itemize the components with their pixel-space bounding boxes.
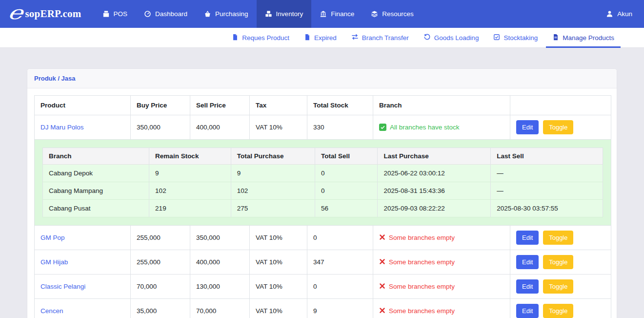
cell-actions: Edit Toggle	[510, 250, 611, 275]
cross-icon	[379, 283, 385, 291]
cell-tax: VAT 10%	[250, 299, 307, 318]
cell-product: DJ Maru Polos	[35, 115, 131, 140]
breadcrumb: Produk / Jasa	[27, 69, 617, 88]
subnav-item-manage-products[interactable]: Manage Products	[545, 28, 622, 47]
product-link[interactable]: Cencen	[40, 307, 63, 315]
nav-item-label: Inventory	[276, 10, 303, 18]
cell-tax: VAT 10%	[250, 115, 307, 140]
detail-cell-remain-stock: 219	[149, 200, 231, 217]
top-navbar: e sopERP.com POS Dashboard Purchasing	[0, 0, 644, 28]
detail-column-last-sell: Last Sell	[491, 148, 603, 165]
column-header-total-stock: Total Stock	[307, 96, 373, 115]
nav-item-label: Finance	[331, 10, 354, 18]
cell-tax: VAT 10%	[250, 275, 307, 299]
detail-cell-total-purchase: 102	[231, 182, 315, 200]
inventory-icon	[265, 10, 272, 18]
detail-cell-total-sell: 56	[315, 200, 378, 217]
table-row: GM Pop 255,000 350,000 VAT 10% 0 Some br…	[35, 226, 611, 250]
detail-cell-total-purchase: 275	[231, 200, 315, 217]
resources-icon	[371, 10, 378, 18]
brand-name: sopERP.com	[25, 8, 81, 20]
edit-button[interactable]: Edit	[516, 304, 539, 318]
detail-cell-total-sell: 0	[315, 165, 378, 182]
toggle-button[interactable]: Toggle	[543, 231, 573, 245]
status-text: Some branches empty	[389, 234, 455, 241]
cell-sell-price: 130,000	[190, 275, 250, 299]
products-header-row: Product Buy Price Sell Price Tax Total S…	[35, 96, 611, 115]
product-link[interactable]: GM Hijab	[40, 258, 68, 266]
detail-cell-total-purchase: 9	[231, 165, 315, 182]
detail-row: Cabang Pusat 219 275 56 2025-09-03 08:22…	[43, 200, 603, 217]
subnav-item-label: Expired	[314, 34, 337, 42]
column-header-actions	[510, 96, 611, 115]
pos-icon	[102, 10, 110, 18]
cell-buy-price: 255,000	[131, 250, 190, 275]
subnav-item-label: Stocktaking	[503, 34, 538, 42]
cell-product: GM Pop	[35, 226, 131, 250]
edit-button[interactable]: Edit	[516, 279, 539, 294]
edit-button[interactable]: Edit	[516, 255, 539, 269]
cell-buy-price: 255,000	[131, 226, 190, 250]
cell-total-stock: 0	[307, 226, 373, 250]
subnav-item-expired[interactable]: Expired	[297, 28, 344, 47]
product-link[interactable]: DJ Maru Polos	[40, 124, 84, 131]
cell-total-stock: 9	[307, 299, 373, 318]
nav-item-label: Purchasing	[215, 10, 248, 18]
nav-item-finance[interactable]: Finance	[311, 0, 362, 28]
branch-detail-cell: Branch Remain Stock Total Purchase Total…	[35, 140, 611, 226]
edit-button[interactable]: Edit	[516, 120, 539, 134]
detail-column-total-sell: Total Sell	[315, 148, 378, 165]
user-icon	[606, 10, 613, 18]
cell-sell-price: 350,000	[190, 226, 250, 250]
status-text: Some branches empty	[389, 258, 455, 266]
detail-row: Cabang Depok 9 9 0 2025-06-22 03:00:12 —	[43, 165, 603, 182]
nav-item-resources[interactable]: Resources	[362, 0, 422, 28]
account-menu[interactable]: Akun	[606, 0, 632, 28]
document-icon	[304, 34, 311, 42]
subnav-item-stocktaking[interactable]: Stocktaking	[486, 28, 545, 47]
subnav-item-branch-transfer[interactable]: Branch Transfer	[344, 28, 416, 47]
nav-spacer	[422, 0, 606, 28]
column-header-tax: Tax	[250, 96, 307, 115]
cell-sell-price: 400,000	[190, 115, 250, 140]
cell-buy-price: 35,000	[131, 299, 190, 318]
subnav-item-label: Branch Transfer	[362, 34, 409, 42]
nav-item-inventory[interactable]: Inventory	[257, 0, 312, 28]
detail-column-remain-stock: Remain Stock	[149, 148, 231, 165]
cell-product: Cencen	[35, 299, 131, 318]
detail-column-branch: Branch	[43, 148, 149, 165]
toggle-button[interactable]: Toggle	[543, 279, 573, 294]
branch-detail-row: Branch Remain Stock Total Purchase Total…	[35, 140, 611, 226]
finance-icon	[320, 10, 327, 18]
edit-button[interactable]: Edit	[516, 231, 539, 245]
transfer-arrows-icon	[351, 33, 359, 42]
nav-item-dashboard[interactable]: Dashboard	[136, 0, 196, 28]
purchasing-icon	[204, 10, 211, 18]
detail-cell-last-sell: —	[491, 165, 603, 182]
detail-row: Cabang Mampang 102 102 0 2025-08-31 15:4…	[43, 182, 603, 200]
cell-actions: Edit Toggle	[510, 226, 611, 250]
toggle-button[interactable]: Toggle	[543, 255, 573, 269]
product-link[interactable]: Classic Pelangi	[40, 283, 85, 290]
brand[interactable]: e sopERP.com	[10, 0, 81, 28]
column-header-product: Product	[35, 96, 131, 115]
column-header-buy-price: Buy Price	[131, 96, 190, 115]
cell-total-stock: 347	[307, 250, 373, 275]
subnav-item-reques-product[interactable]: Reques Product	[224, 28, 297, 47]
toggle-button[interactable]: Toggle	[543, 120, 573, 134]
detail-cell-last-purchase: 2025-09-03 08:22:22	[378, 200, 491, 217]
cell-total-stock: 0	[307, 275, 373, 299]
card-body: Product Buy Price Sell Price Tax Total S…	[27, 88, 617, 318]
cell-sell-price: 70,000	[190, 299, 250, 318]
subnav-item-goods-loading[interactable]: Goods Loading	[416, 28, 486, 47]
cross-icon	[379, 307, 385, 315]
detail-cell-last-purchase: 2025-08-31 15:43:36	[378, 182, 491, 200]
product-link[interactable]: GM Pop	[40, 234, 65, 241]
nav-item-pos[interactable]: POS	[94, 0, 136, 28]
detail-cell-branch: Cabang Mampang	[43, 182, 149, 200]
products-table: Product Buy Price Sell Price Tax Total S…	[34, 95, 611, 318]
detail-cell-remain-stock: 9	[149, 165, 231, 182]
cell-buy-price: 350,000	[131, 115, 190, 140]
toggle-button[interactable]: Toggle	[543, 304, 573, 318]
nav-item-purchasing[interactable]: Purchasing	[196, 0, 257, 28]
